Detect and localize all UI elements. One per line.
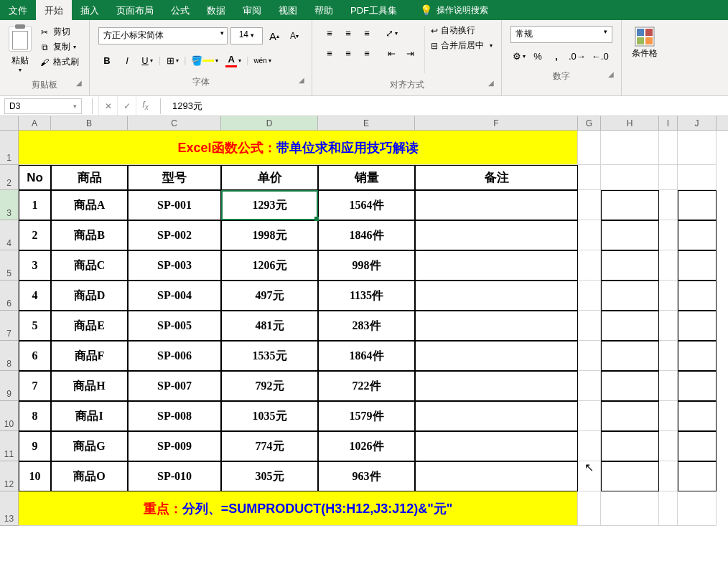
- cell[interactable]: 1846件: [318, 220, 415, 250]
- menu-formula[interactable]: 公式: [162, 0, 198, 20]
- cell[interactable]: [578, 165, 601, 190]
- cell[interactable]: [415, 311, 578, 341]
- cell[interactable]: [601, 250, 659, 281]
- col-header-H[interactable]: H: [601, 116, 659, 130]
- border-button[interactable]: ⊞▾: [164, 52, 181, 69]
- cell[interactable]: 1: [19, 190, 51, 220]
- cell[interactable]: [659, 281, 678, 311]
- cell[interactable]: [415, 190, 578, 220]
- row-header-13[interactable]: 13: [0, 491, 19, 526]
- name-box[interactable]: D3▾: [4, 98, 82, 114]
- cell[interactable]: [659, 401, 678, 431]
- cell[interactable]: 305元: [221, 461, 318, 491]
- align-right-button[interactable]: ≡: [358, 44, 375, 62]
- cell[interactable]: 774元: [221, 431, 318, 461]
- cell[interactable]: 商品G: [51, 431, 128, 461]
- menu-review[interactable]: 审阅: [234, 0, 270, 20]
- shrink-font-button[interactable]: A▾: [286, 27, 303, 44]
- cell[interactable]: [578, 371, 601, 401]
- cell[interactable]: [678, 401, 717, 431]
- font-color-button[interactable]: A▾: [223, 52, 243, 69]
- cell[interactable]: [578, 281, 601, 311]
- cell[interactable]: [601, 461, 659, 491]
- cell[interactable]: [678, 491, 717, 526]
- wrap-text-button[interactable]: ↩ 自动换行: [431, 24, 493, 37]
- menu-data[interactable]: 数据: [198, 0, 234, 20]
- cell[interactable]: [659, 131, 678, 165]
- cell[interactable]: [659, 341, 678, 371]
- cell[interactable]: 10: [19, 461, 51, 491]
- cell[interactable]: 1135件: [318, 281, 415, 311]
- cell[interactable]: [678, 371, 717, 401]
- cell[interactable]: [659, 431, 678, 461]
- cell[interactable]: 1026件: [318, 431, 415, 461]
- cell[interactable]: [601, 371, 659, 401]
- menu-layout[interactable]: 页面布局: [108, 0, 162, 20]
- cell[interactable]: [578, 491, 601, 526]
- cell[interactable]: 商品E: [51, 311, 128, 341]
- cell[interactable]: [659, 311, 678, 341]
- cell[interactable]: [578, 250, 601, 281]
- percent-button[interactable]: %: [529, 47, 546, 65]
- col-header-I[interactable]: I: [659, 116, 678, 130]
- cell[interactable]: 4: [19, 281, 51, 311]
- menu-home[interactable]: 开始: [36, 0, 72, 20]
- cell[interactable]: 商品A: [51, 190, 128, 220]
- indent-left-button[interactable]: ⇤: [383, 44, 400, 62]
- underline-button[interactable]: U▾: [139, 52, 156, 69]
- cell[interactable]: [415, 220, 578, 250]
- align-middle-button[interactable]: ≡: [340, 24, 357, 42]
- cell[interactable]: 1998元: [221, 220, 318, 250]
- cell[interactable]: [678, 190, 717, 220]
- row-header-4[interactable]: 4: [0, 220, 19, 250]
- cell[interactable]: SP-001: [128, 190, 221, 220]
- align-bottom-button[interactable]: ≡: [358, 24, 375, 42]
- menu-file[interactable]: 文件: [0, 0, 36, 20]
- cell[interactable]: 商品C: [51, 250, 128, 281]
- cell[interactable]: 7: [19, 371, 51, 401]
- align-top-button[interactable]: ≡: [321, 24, 338, 42]
- conditional-format-button[interactable]: 条件格: [627, 23, 662, 62]
- cell[interactable]: 型号: [128, 165, 221, 190]
- row-header-6[interactable]: 6: [0, 281, 19, 311]
- cell[interactable]: 商品D: [51, 281, 128, 311]
- cell[interactable]: [659, 461, 678, 491]
- cell[interactable]: SP-007: [128, 371, 221, 401]
- increase-decimal-button[interactable]: .0→: [566, 47, 588, 65]
- col-header-J[interactable]: J: [678, 116, 717, 130]
- cell[interactable]: SP-004: [128, 281, 221, 311]
- group-launcher[interactable]: ◢: [608, 70, 614, 78]
- select-all-corner[interactable]: [0, 116, 19, 130]
- cell[interactable]: [601, 165, 659, 190]
- cell[interactable]: [578, 401, 601, 431]
- cell[interactable]: 792元: [221, 371, 318, 401]
- cell[interactable]: [578, 190, 601, 220]
- col-header-D[interactable]: D: [221, 116, 318, 130]
- cell[interactable]: No: [19, 165, 51, 190]
- cell[interactable]: 单价: [221, 165, 318, 190]
- group-launcher[interactable]: ◢: [488, 79, 494, 87]
- col-header-A[interactable]: A: [19, 116, 51, 130]
- cell[interactable]: [578, 341, 601, 371]
- cell[interactable]: [678, 165, 717, 190]
- cell[interactable]: 998件: [318, 250, 415, 281]
- cell-grid[interactable]: Excel函数公式：带单位求和应用技巧解读No商品型号单价销量备注1商品ASP-…: [19, 131, 717, 526]
- cancel-formula-button[interactable]: ✕: [98, 96, 117, 116]
- cell[interactable]: [659, 491, 678, 526]
- col-header-B[interactable]: B: [51, 116, 128, 130]
- cell[interactable]: [659, 250, 678, 281]
- cell[interactable]: 1035元: [221, 401, 318, 431]
- row-header-11[interactable]: 11: [0, 431, 19, 461]
- group-launcher[interactable]: ◢: [299, 76, 304, 84]
- number-format-select[interactable]: 常规▾: [510, 26, 612, 43]
- cell[interactable]: 商品O: [51, 461, 128, 491]
- cell[interactable]: 8: [19, 401, 51, 431]
- copy-button[interactable]: ⧉ 复制 ▾: [39, 41, 79, 53]
- comma-button[interactable]: ,: [548, 47, 565, 65]
- cut-button[interactable]: ✂ 剪切: [39, 26, 79, 38]
- cell[interactable]: 1579件: [318, 401, 415, 431]
- phonetic-button[interactable]: wén▾: [251, 52, 273, 69]
- cell[interactable]: 1206元: [221, 250, 318, 281]
- cell[interactable]: Excel函数公式：带单位求和应用技巧解读: [19, 131, 578, 165]
- fill-color-button[interactable]: 🪣▾: [189, 52, 220, 69]
